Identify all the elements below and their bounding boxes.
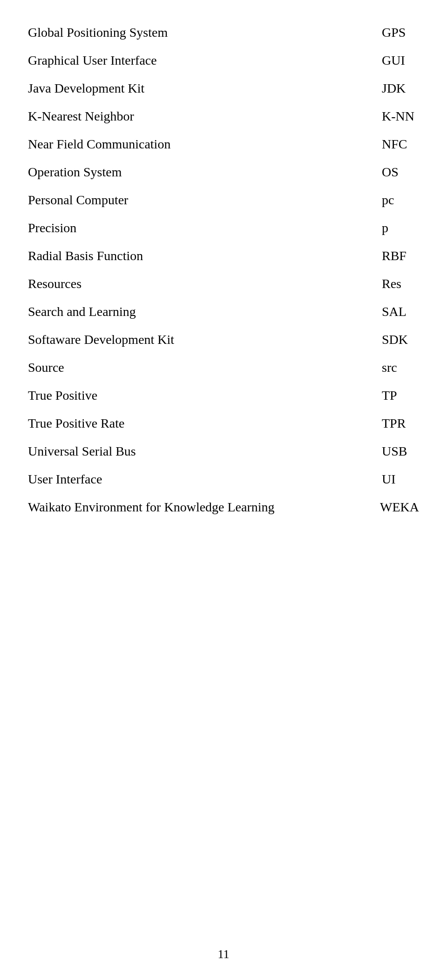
list-item: True Positive RateTPR — [28, 409, 419, 437]
abbreviation-full-form: Source — [28, 360, 363, 375]
list-item: Softaware Development KitSDK — [28, 326, 419, 354]
abbreviation-full-form: Resources — [28, 276, 363, 291]
list-item: ResourcesRes — [28, 270, 419, 298]
abbreviation-short-form: src — [363, 360, 419, 375]
abbreviation-full-form: Near Field Communication — [28, 137, 363, 152]
abbreviation-full-form: Global Positioning System — [28, 25, 363, 40]
list-item: User InterfaceUI — [28, 465, 419, 493]
abbreviation-full-form: Waikato Environment for Knowledge Learni… — [28, 500, 361, 515]
abbreviation-full-form: Java Development Kit — [28, 81, 363, 96]
abbreviation-short-form: K-NN — [363, 109, 419, 124]
abbreviation-short-form: Res — [363, 276, 419, 291]
abbreviation-full-form: Universal Serial Bus — [28, 444, 363, 459]
abbreviation-short-form: pc — [363, 193, 419, 208]
abbreviation-full-form: Graphical User Interface — [28, 53, 363, 68]
abbreviation-full-form: Radial Basis Function — [28, 248, 363, 263]
abbreviation-short-form: JDK — [363, 81, 419, 96]
abbreviation-short-form: RBF — [363, 248, 419, 263]
list-item: Radial Basis FunctionRBF — [28, 242, 419, 270]
list-item: Global Positioning SystemGPS — [28, 19, 419, 47]
list-item: Java Development KitJDK — [28, 74, 419, 102]
abbreviation-short-form: NFC — [363, 137, 419, 152]
abbreviation-full-form: Search and Learning — [28, 304, 363, 319]
abbreviation-short-form: GPS — [363, 25, 419, 40]
list-item: Waikato Environment for Knowledge Learni… — [28, 493, 419, 521]
list-item: True PositiveTP — [28, 382, 419, 409]
abbreviation-short-form: SAL — [363, 304, 419, 319]
abbreviation-short-form: TP — [363, 388, 419, 403]
abbreviation-short-form: USB — [363, 444, 419, 459]
abbreviation-short-form: GUI — [363, 53, 419, 68]
abbreviation-short-form: UI — [363, 472, 419, 487]
list-item: Personal Computerpc — [28, 186, 419, 214]
list-item: Operation SystemOS — [28, 158, 419, 186]
abbreviation-full-form: Precision — [28, 221, 363, 235]
list-item: Near Field CommunicationNFC — [28, 130, 419, 158]
abbreviation-short-form: p — [363, 221, 419, 235]
abbreviation-full-form: True Positive — [28, 388, 363, 403]
abbreviation-full-form: Operation System — [28, 165, 363, 180]
list-item: Universal Serial BusUSB — [28, 437, 419, 465]
abbreviation-full-form: Personal Computer — [28, 193, 363, 208]
list-item: Graphical User InterfaceGUI — [28, 47, 419, 74]
abbreviation-short-form: WEKA — [361, 500, 419, 515]
abbreviation-short-form: TPR — [363, 416, 419, 431]
list-item: K-Nearest NeighborK-NN — [28, 102, 419, 130]
page-number: 11 — [217, 947, 229, 961]
abbreviation-full-form: K-Nearest Neighbor — [28, 109, 363, 124]
list-item: Precisionp — [28, 214, 419, 242]
list-item: Search and LearningSAL — [28, 298, 419, 326]
abbreviation-full-form: True Positive Rate — [28, 416, 363, 431]
abbreviation-short-form: SDK — [363, 332, 419, 347]
abbreviation-short-form: OS — [363, 165, 419, 180]
abbreviation-full-form: Softaware Development Kit — [28, 332, 363, 347]
abbreviation-full-form: User Interface — [28, 472, 363, 487]
page-content: Global Positioning SystemGPSGraphical Us… — [0, 0, 447, 558]
list-item: Sourcesrc — [28, 354, 419, 382]
